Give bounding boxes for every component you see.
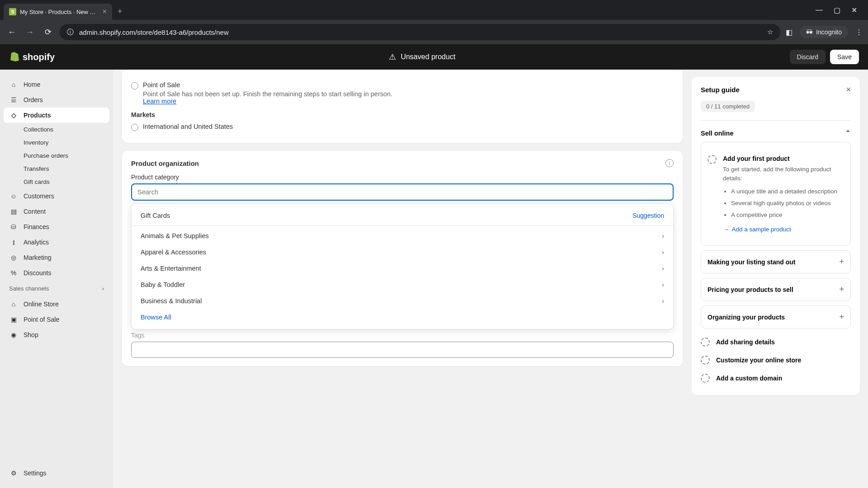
close-window-icon[interactable]: ✕ (851, 6, 857, 14)
store-icon: ⌂ (9, 300, 18, 309)
sidebar: ⌂ Home ☰ Orders ◇ Products Collections I… (0, 70, 113, 488)
shop-icon: ◉ (9, 330, 18, 339)
nav-inventory[interactable]: Inventory (4, 136, 109, 149)
domain-task[interactable]: Add a custom domain (701, 369, 851, 387)
dropdown-apparel[interactable]: Apparel & Accessories › (132, 244, 673, 260)
chevron-right-icon: › (662, 297, 664, 305)
main-content: Point of Sale Point of Sale has not been… (113, 70, 692, 488)
chevron-right-icon: › (662, 232, 664, 239)
nav-products[interactable]: ◇ Products (4, 108, 109, 123)
markets-checkbox[interactable] (131, 124, 138, 131)
products-icon: ◇ (9, 111, 18, 120)
shopify-logo[interactable]: shopify (9, 52, 55, 62)
nav-settings[interactable]: ⚙ Settings (4, 465, 109, 481)
category-search-field: Gift Cards Suggestion Animals & Pet Supp… (131, 183, 674, 201)
nav-analytics[interactable]: ⫿ Analytics (4, 235, 109, 250)
setup-guide-panel: Setup guide × 0 / 11 completed Sell onli… (692, 70, 868, 488)
pos-checkbox[interactable] (131, 82, 138, 89)
task-checkbox[interactable] (701, 374, 710, 383)
info-icon[interactable]: i (665, 159, 674, 167)
save-button[interactable]: Save (830, 50, 859, 64)
nav-online-store[interactable]: ⌂ Online Store (4, 296, 109, 312)
task-checkbox[interactable] (708, 155, 717, 164)
incognito-icon: 🕶 (806, 28, 812, 36)
sales-channels-header[interactable]: Sales channels › (4, 281, 109, 296)
add-product-title: Add your first product (723, 155, 844, 162)
organization-card: Product organization i Product category … (122, 151, 683, 366)
nav-customers[interactable]: ☺ Customers (4, 188, 109, 204)
home-icon: ⌂ (9, 80, 18, 89)
reload-button[interactable]: ⟳ (42, 27, 54, 37)
shopify-logo-icon (9, 52, 20, 62)
extensions-icon[interactable]: ◧ (786, 28, 793, 37)
pricing-task[interactable]: Pricing your products to sell + (701, 278, 851, 301)
customize-task[interactable]: Customize your online store (701, 351, 851, 369)
nav-collections[interactable]: Collections (4, 123, 109, 136)
nav-gift-cards[interactable]: Gift cards (4, 175, 109, 188)
close-setup-icon[interactable]: × (846, 85, 851, 94)
maximize-icon[interactable]: ▢ (834, 6, 840, 14)
sell-online-section[interactable]: Sell online ⌃ (701, 129, 851, 137)
chevron-right-icon: › (102, 285, 104, 292)
add-sample-product-link[interactable]: → Add a sample product (723, 226, 844, 233)
minimize-icon[interactable]: — (816, 6, 823, 14)
dropdown-business[interactable]: Business & Industrial › (132, 293, 673, 309)
forward-button[interactable]: → (24, 28, 36, 37)
dropdown-baby[interactable]: Baby & Toddler › (132, 277, 673, 293)
task-checkbox[interactable] (701, 338, 710, 347)
dropdown-divider (132, 225, 673, 226)
nav-marketing[interactable]: ◎ Marketing (4, 250, 109, 265)
sharing-task[interactable]: Add sharing details (701, 333, 851, 351)
dropdown-gift-cards[interactable]: Gift Cards Suggestion (132, 207, 673, 224)
tab-bar: S My Store · Products · New – Sho × + — … (0, 0, 868, 20)
suggestion-badge: Suggestion (632, 212, 664, 219)
back-button[interactable]: ← (5, 28, 18, 37)
nav-discounts[interactable]: % Discounts (4, 265, 109, 281)
nav-shop[interactable]: ◉ Shop (4, 327, 109, 343)
category-dropdown: Gift Cards Suggestion Animals & Pet Supp… (131, 203, 674, 329)
finances-icon: ⛁ (9, 222, 18, 231)
warning-icon: ⚠ (389, 52, 396, 62)
markets-checkbox-row[interactable]: International and United States (131, 123, 674, 131)
chevron-right-icon: › (662, 281, 664, 288)
nav-orders[interactable]: ☰ Orders (4, 92, 109, 108)
browser-tab[interactable]: S My Store · Products · New – Sho × (4, 4, 112, 20)
nav-finances[interactable]: ⛁ Finances (4, 219, 109, 235)
nav-transfers[interactable]: Transfers (4, 162, 109, 175)
browse-all-link[interactable]: Browse All (132, 309, 673, 325)
browser-chrome: S My Store · Products · New – Sho × + — … (0, 0, 868, 44)
incognito-badge[interactable]: 🕶 Incognito (800, 26, 848, 38)
category-search-input[interactable] (131, 183, 674, 201)
pos-icon: ▣ (9, 315, 18, 324)
discard-button[interactable]: Discard (790, 50, 826, 64)
unsaved-banner: ⚠ Unsaved product (55, 52, 789, 62)
orders-icon: ☰ (9, 95, 18, 104)
top-bar: shopify ⚠ Unsaved product Discard Save (0, 44, 868, 70)
making-listing-task[interactable]: Making your listing stand out + (701, 250, 851, 273)
dropdown-animals[interactable]: Animals & Pet Supplies › (132, 228, 673, 244)
plus-icon: + (839, 312, 844, 322)
site-info-icon[interactable]: ⓘ (67, 28, 74, 37)
organizing-task[interactable]: Organizing your products + (701, 305, 851, 328)
analytics-icon: ⫿ (9, 238, 18, 247)
new-tab-button[interactable]: + (112, 3, 128, 20)
dropdown-arts[interactable]: Arts & Entertainment › (132, 260, 673, 277)
browser-menu-icon[interactable]: ⋮ (855, 28, 863, 37)
nav-point-of-sale[interactable]: ▣ Point of Sale (4, 312, 109, 327)
nav-content[interactable]: ▤ Content (4, 204, 109, 219)
task-checkbox[interactable] (701, 356, 710, 365)
markets-label: Markets (131, 111, 674, 118)
pos-label: Point of Sale (143, 81, 392, 89)
markets-value: International and United States (143, 123, 233, 130)
chevron-right-icon: › (662, 265, 664, 272)
url-bar[interactable]: ⓘ admin.shopify.com/store/de8143-a6/prod… (60, 24, 780, 40)
tab-close-icon[interactable]: × (103, 8, 107, 16)
add-product-description: To get started, add the following produc… (723, 165, 844, 220)
pos-checkbox-row[interactable]: Point of Sale Point of Sale has not been… (131, 81, 674, 105)
nav-purchase-orders[interactable]: Purchase orders (4, 149, 109, 162)
bookmark-icon[interactable]: ☆ (767, 28, 773, 36)
tags-label: Tags (131, 332, 674, 339)
tags-input[interactable] (131, 342, 674, 358)
learn-more-link[interactable]: Learn more (143, 98, 176, 105)
nav-home[interactable]: ⌂ Home (4, 77, 109, 92)
